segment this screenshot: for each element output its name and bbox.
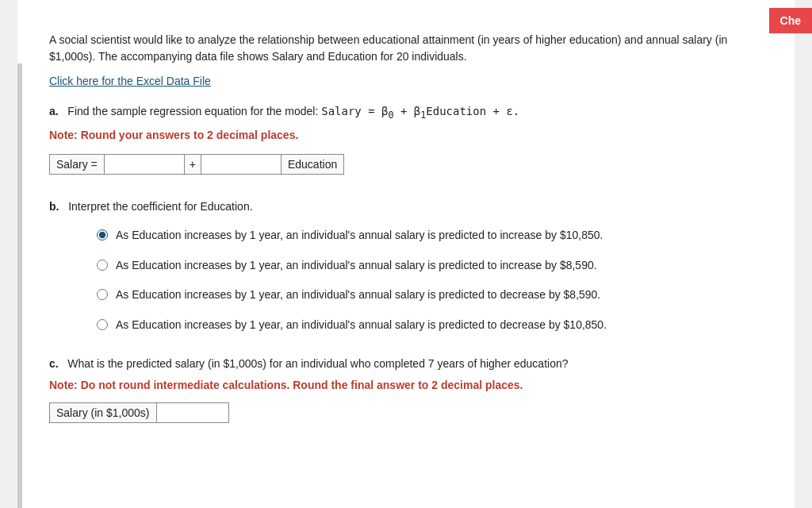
part-a-input1[interactable] (105, 155, 184, 174)
part-b-label: b. (49, 200, 59, 213)
excel-link[interactable]: Click here for the Excel Data File (49, 75, 211, 87)
radio-input-3[interactable] (97, 289, 108, 300)
radio-label-4[interactable]: As Education increases by 1 year, an ind… (116, 318, 607, 333)
part-a-label: a. (49, 105, 59, 117)
radio-option-4: As Education increases by 1 year, an ind… (97, 318, 763, 333)
radio-input-1[interactable] (97, 229, 108, 241)
check-button[interactable]: Che (769, 8, 812, 33)
part-c-input-row: Salary (in $1,000s) (49, 402, 229, 423)
radio-label-1[interactable]: As Education increases by 1 year, an ind… (116, 228, 603, 244)
left-bar (17, 64, 22, 508)
part-a-note: Note: Round your answers to 2 decimal pl… (49, 129, 763, 141)
salary-label: Salary = (50, 155, 105, 174)
part-c-label: c. (49, 357, 59, 370)
radio-input-4[interactable] (97, 319, 108, 330)
radio-option-3: As Education increases by 1 year, an ind… (97, 287, 763, 303)
part-b-section: b. Interpret the coefficient for Educati… (49, 198, 763, 333)
part-a-equation: Salary = β0 + β1Education + ε. (321, 105, 519, 117)
radio-group: As Education increases by 1 year, an ind… (97, 228, 763, 333)
radio-input-2[interactable] (97, 260, 108, 271)
part-a-input-row: Salary = + Education (49, 154, 344, 175)
part-b-question-text: Interpret the coefficient for Education. (68, 200, 252, 213)
part-c-section: c. What is the predicted salary (in $1,0… (49, 356, 763, 423)
plus-label: + (184, 155, 201, 174)
part-c-note: Note: Do not round intermediate calculat… (49, 379, 763, 391)
radio-option-2: As Education increases by 1 year, an ind… (97, 258, 763, 274)
part-a-section: a. Find the sample regression equation f… (49, 103, 763, 175)
part-a-question-text: Find the sample regression equation for … (67, 105, 318, 117)
part-c-input[interactable] (157, 403, 228, 422)
page-wrapper: A social scientist would like to analyze… (17, 0, 795, 508)
education-label: Education (281, 155, 343, 174)
radio-option-1: As Education increases by 1 year, an ind… (97, 228, 763, 244)
part-a-question: a. Find the sample regression equation f… (49, 103, 763, 122)
intro-text: A social scientist would like to analyze… (49, 32, 763, 65)
part-c-salary-label: Salary (in $1,000s) (50, 403, 157, 422)
radio-label-3[interactable]: As Education increases by 1 year, an ind… (116, 287, 600, 303)
part-c-question-text: What is the predicted salary (in $1,000s… (67, 357, 568, 370)
part-b-question: b. Interpret the coefficient for Educati… (49, 198, 763, 215)
part-c-question: c. What is the predicted salary (in $1,0… (49, 356, 763, 372)
part-a-input2[interactable] (201, 155, 281, 174)
radio-label-2[interactable]: As Education increases by 1 year, an ind… (116, 258, 597, 274)
